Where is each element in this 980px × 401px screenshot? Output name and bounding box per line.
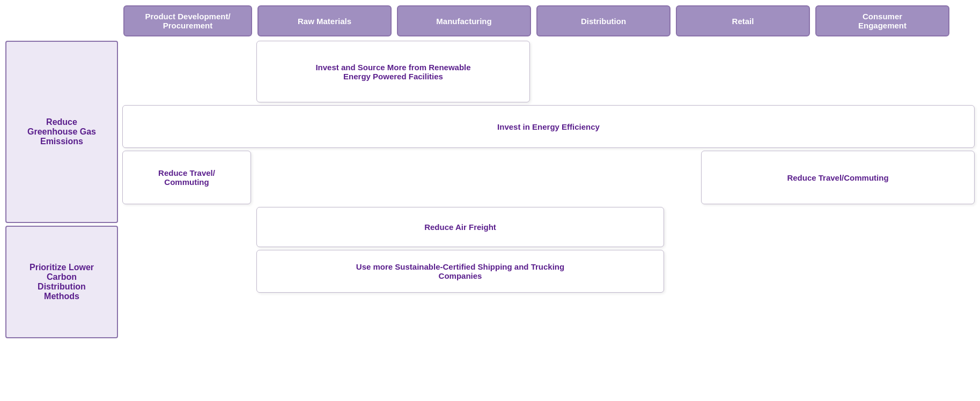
category-ce-label: Consumer Engagement [858, 12, 907, 30]
row-air-freight: Reduce Air Freight [122, 207, 975, 247]
invest-energy-text: Invest in Energy Efficiency [497, 122, 600, 131]
category-di: Distribution [536, 5, 670, 36]
reduce-ghg-label: Reduce Greenhouse Gas Emissions [27, 117, 96, 146]
category-rt: Retail [676, 5, 810, 36]
content-area: Invest and Source More from Renewable En… [122, 41, 975, 377]
row-travel-commute: Reduce Travel/ Commuting Reduce Travel/C… [122, 151, 975, 204]
category-pd: Product Development/ Procurement [123, 5, 252, 36]
left-labels: Reduce Greenhouse Gas Emissions Prioriti… [5, 41, 118, 377]
box-energy-efficiency: Invest in Energy Efficiency [122, 105, 975, 148]
category-pd-label: Product Development/ Procurement [145, 12, 230, 30]
main-container: Product Development/ Procurement Raw Mat… [0, 0, 980, 401]
box-travel-commute-left: Reduce Travel/ Commuting [122, 151, 251, 204]
category-rt-label: Retail [732, 17, 754, 26]
category-mf-label: Manufacturing [436, 17, 491, 26]
prioritize-lower-label: Prioritize Lower Carbon Distribution Met… [30, 263, 94, 301]
air-freight-text: Reduce Air Freight [424, 222, 496, 232]
category-rm: Raw Materials [257, 5, 392, 36]
row-sustainable-shipping: Use more Sustainable-Certified Shipping … [122, 250, 975, 293]
row-energy-efficiency: Invest in Energy Efficiency [122, 105, 975, 148]
invest-source-text: Invest and Source More from Renewable En… [315, 63, 470, 81]
category-mf: Manufacturing [397, 5, 531, 36]
header-row: Product Development/ Procurement Raw Mat… [123, 5, 975, 36]
row-label-reduce-ghg: Reduce Greenhouse Gas Emissions [5, 41, 118, 223]
category-ce: Consumer Engagement [815, 5, 949, 36]
box-sustainable-shipping: Use more Sustainable-Certified Shipping … [256, 250, 664, 293]
box-air-freight: Reduce Air Freight [256, 207, 664, 247]
travel-commute-left-text: Reduce Travel/ Commuting [158, 168, 215, 187]
travel-commute-right-text: Reduce Travel/Commuting [787, 173, 888, 182]
row-invest-source: Invest and Source More from Renewable En… [122, 41, 975, 102]
category-rm-label: Raw Materials [298, 17, 351, 26]
box-travel-commute-right: Reduce Travel/Commuting [701, 151, 975, 204]
category-di-label: Distribution [581, 17, 626, 26]
sustainable-shipping-text: Use more Sustainable-Certified Shipping … [356, 262, 564, 280]
main-area: Reduce Greenhouse Gas Emissions Prioriti… [5, 41, 975, 377]
row-label-prioritize-lower: Prioritize Lower Carbon Distribution Met… [5, 226, 118, 338]
box-invest-source: Invest and Source More from Renewable En… [256, 41, 530, 102]
